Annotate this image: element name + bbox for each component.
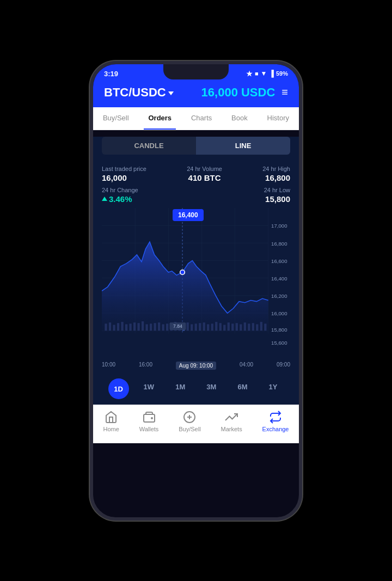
pair-chevron-icon — [168, 91, 174, 95]
svg-text:15,600: 15,600 — [271, 340, 287, 346]
period-selector: 1D 1W 1M 3M 6M 1Y — [93, 373, 299, 405]
svg-point-64 — [151, 418, 152, 419]
svg-rect-20 — [133, 322, 136, 331]
svg-rect-43 — [228, 322, 230, 331]
period-1y[interactable]: 1Y — [262, 378, 284, 399]
svg-rect-34 — [191, 324, 193, 331]
svg-rect-21 — [137, 323, 139, 331]
time-label-2: 16:00 — [139, 362, 152, 370]
tab-buy-sell[interactable]: Buy/Sell — [99, 107, 133, 130]
period-3m[interactable]: 3M — [200, 378, 223, 399]
tab-orders[interactable]: Orders — [144, 107, 176, 130]
signal-icon: ■ — [255, 70, 259, 77]
last-traded-value: 16,000 — [102, 173, 146, 182]
svg-text:15,800: 15,800 — [271, 327, 287, 333]
nav-exchange[interactable]: Exchange — [262, 411, 289, 432]
stats-row-bottom: 24 hr Change 3.46% 24 hr Low 15,800 — [93, 185, 299, 208]
time-label-3: 04:00 — [240, 362, 253, 370]
status-icons: ★ ■ ▼ ▐ 59% — [246, 70, 288, 78]
svg-rect-18 — [125, 324, 127, 331]
svg-rect-38 — [207, 324, 209, 331]
nav-exchange-label: Exchange — [262, 426, 289, 432]
chart-area: CANDLE LINE Last traded price 16,000 24 … — [93, 137, 299, 405]
last-traded-stat: Last traded price 16,000 — [102, 166, 146, 182]
svg-rect-27 — [162, 324, 164, 331]
svg-rect-33 — [187, 322, 189, 331]
svg-rect-14 — [109, 322, 111, 331]
high-value: 16,800 — [262, 173, 290, 182]
svg-rect-50 — [256, 324, 258, 331]
battery-icon: ▐ — [269, 70, 274, 77]
tab-charts[interactable]: Charts — [187, 107, 216, 130]
volume-value: 410 BTC — [187, 173, 222, 182]
nav-wallets-label: Wallets — [139, 426, 159, 432]
change-stat: 24 hr Change 3.46% — [102, 187, 138, 204]
svg-rect-52 — [264, 323, 266, 331]
nav-buysell-label: Buy/Sell — [179, 426, 200, 432]
phone-frame: 3:19 ★ ■ ▼ ▐ 59% BTC/USDC 16,000 USDC ≡ … — [90, 61, 302, 521]
chart-svg-wrapper[interactable]: 16,400 — [102, 208, 295, 360]
high-stat: 24 hr High 16,800 — [262, 166, 290, 182]
nav-wallets[interactable]: Wallets — [139, 411, 159, 432]
trading-pair: BTC/USDC — [104, 85, 166, 100]
app-header: BTC/USDC 16,000 USDC ≡ — [93, 81, 299, 107]
exchange-icon — [269, 411, 282, 424]
svg-text:16,800: 16,800 — [271, 240, 287, 246]
svg-rect-23 — [145, 324, 148, 331]
markets-icon — [225, 411, 238, 424]
nav-buysell[interactable]: Buy/Sell — [179, 411, 200, 432]
svg-rect-44 — [231, 323, 234, 331]
nav-markets-label: Markets — [221, 426, 242, 432]
svg-rect-46 — [240, 324, 242, 331]
arrow-up-icon — [102, 197, 107, 201]
svg-rect-25 — [154, 323, 156, 331]
stats-row-top: Last traded price 16,000 24 hr Volume 41… — [93, 161, 299, 185]
buysell-icon — [183, 411, 196, 424]
wallet-icon — [143, 411, 156, 424]
svg-text:16,000: 16,000 — [271, 310, 287, 316]
svg-text:16,400: 16,400 — [271, 276, 287, 282]
tab-history[interactable]: History — [263, 107, 293, 130]
period-1m[interactable]: 1M — [169, 378, 192, 399]
bluetooth-icon: ★ — [246, 70, 253, 78]
status-time: 3:19 — [104, 70, 118, 78]
period-1d[interactable]: 1D — [108, 378, 129, 399]
change-value: 3.46% — [102, 194, 138, 204]
low-label: 24 hr Low — [264, 187, 290, 193]
svg-rect-36 — [199, 323, 201, 331]
svg-rect-16 — [117, 323, 119, 331]
candle-toggle[interactable]: CANDLE — [102, 137, 196, 155]
svg-rect-26 — [158, 322, 160, 331]
pair-selector[interactable]: BTC/USDC — [104, 85, 174, 100]
svg-text:16,200: 16,200 — [271, 293, 287, 299]
nav-tabs: Buy/Sell Orders Charts Book History — [93, 107, 299, 130]
svg-rect-41 — [219, 323, 222, 331]
period-6m[interactable]: 6M — [231, 378, 254, 399]
home-icon — [105, 411, 118, 424]
line-toggle[interactable]: LINE — [196, 137, 290, 155]
line-chart[interactable]: 7.84 17,000 16,800 16,600 16,400 16,200 … — [102, 208, 295, 360]
time-label-active: Aug 09: 10:00 — [176, 362, 216, 370]
chart-dot — [180, 270, 185, 274]
bottom-nav: Home Wallets Buy/Sell — [93, 405, 299, 443]
change-label: 24 hr Change — [102, 187, 138, 193]
battery-percent: 59% — [276, 70, 288, 77]
svg-rect-24 — [150, 323, 152, 331]
svg-rect-17 — [121, 322, 123, 331]
high-label: 24 hr High — [262, 166, 290, 172]
chart-area-fill — [102, 242, 268, 333]
period-1w[interactable]: 1W — [137, 378, 161, 399]
menu-icon[interactable]: ≡ — [281, 86, 288, 99]
low-stat: 24 hr Low 15,800 — [264, 187, 290, 204]
nav-home[interactable]: Home — [103, 411, 119, 432]
svg-rect-39 — [211, 323, 213, 331]
svg-rect-45 — [236, 323, 238, 331]
nav-markets[interactable]: Markets — [221, 411, 242, 432]
nav-home-label: Home — [103, 426, 119, 432]
svg-rect-28 — [166, 323, 168, 331]
svg-rect-19 — [129, 323, 131, 331]
tab-book[interactable]: Book — [227, 107, 252, 130]
svg-rect-13 — [105, 323, 107, 331]
time-labels: 10:00 16:00 Aug 09: 10:00 04:00 09:00 — [93, 359, 299, 373]
status-bar: 3:19 ★ ■ ▼ ▐ 59% — [93, 64, 299, 81]
